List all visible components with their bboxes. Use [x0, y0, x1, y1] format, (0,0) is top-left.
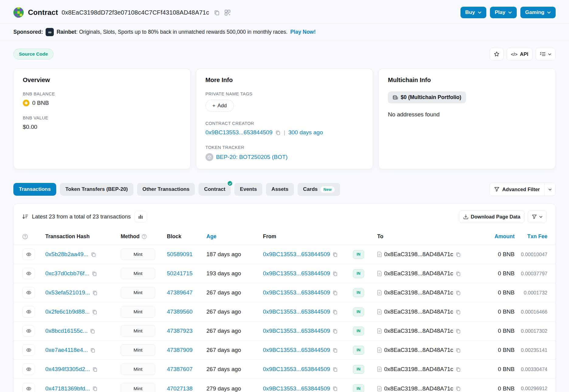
- copy-hash-icon[interactable]: [92, 271, 97, 276]
- play-button[interactable]: Play: [490, 7, 517, 18]
- from-address-link[interactable]: 0x9BC13553...653844509: [263, 366, 330, 373]
- block-link[interactable]: 50589091: [167, 251, 193, 258]
- tab-assets[interactable]: Assets: [266, 183, 294, 196]
- api-button[interactable]: </> API: [507, 48, 533, 60]
- copy-hash-icon[interactable]: [90, 328, 95, 334]
- copy-hash-icon[interactable]: [92, 290, 98, 295]
- from-address-link[interactable]: 0x9BC13553...653844509: [263, 289, 330, 296]
- preview-tx-button[interactable]: [22, 306, 35, 318]
- method-badge[interactable]: Mint: [121, 363, 155, 375]
- copy-hash-icon[interactable]: [92, 309, 97, 315]
- creator-address-link[interactable]: 0x9BC13553...653844509: [205, 129, 273, 136]
- copy-hash-icon[interactable]: [92, 386, 98, 391]
- preview-tx-button[interactable]: [22, 383, 35, 392]
- col-age[interactable]: Age: [206, 233, 263, 240]
- preview-tx-button[interactable]: [22, 249, 35, 260]
- add-name-tag-button[interactable]: + Add: [205, 100, 234, 112]
- fee-cell: 0.00010047: [515, 252, 547, 257]
- tx-hash-link[interactable]: 0x53efa521019...: [45, 289, 90, 296]
- from-address-link[interactable]: 0x9BC13553...653844509: [263, 251, 330, 258]
- tx-hash-link[interactable]: 0x47181369bfd...: [45, 385, 90, 392]
- tab-contract[interactable]: Contract: [198, 183, 231, 196]
- block-link[interactable]: 47387909: [167, 347, 193, 353]
- method-help-icon[interactable]: [142, 234, 147, 239]
- from-address-link[interactable]: 0x9BC13553...653844509: [263, 308, 330, 315]
- multichain-portfolio-badge[interactable]: $0 (Multichain Portfolio): [388, 91, 466, 103]
- copy-from-icon[interactable]: [333, 290, 338, 295]
- copy-from-icon[interactable]: [333, 309, 338, 315]
- help-icon[interactable]: [22, 234, 45, 239]
- download-page-data-button[interactable]: Download Page Data: [459, 210, 525, 223]
- copy-to-icon[interactable]: [456, 271, 461, 276]
- chart-view-button[interactable]: [134, 211, 147, 222]
- block-link[interactable]: 47387607: [167, 366, 193, 373]
- block-link[interactable]: 47027138: [167, 385, 193, 392]
- from-address-link[interactable]: 0x9BC13553...653844509: [263, 270, 330, 277]
- method-badge[interactable]: Mint: [121, 325, 155, 337]
- contract-creator-row: 0x9BC13553...653844509 | 300 days ago: [205, 129, 364, 136]
- table-filter-button[interactable]: [528, 210, 547, 223]
- copy-to-icon[interactable]: [456, 290, 461, 295]
- copy-from-icon[interactable]: [333, 348, 338, 353]
- copy-hash-icon[interactable]: [92, 367, 98, 372]
- tab-cards[interactable]: Cards New: [298, 183, 340, 196]
- tx-hash-link[interactable]: 0x2fe6c1b9d88...: [45, 308, 90, 315]
- from-address-link[interactable]: 0x9BC13553...653844509: [263, 328, 330, 334]
- tab-transactions[interactable]: Transactions: [13, 183, 56, 196]
- creation-age-link[interactable]: 300 days ago: [288, 129, 323, 136]
- col-amount[interactable]: Amount: [473, 233, 515, 240]
- preview-tx-button[interactable]: [22, 268, 35, 279]
- copy-to-icon[interactable]: [456, 367, 461, 372]
- copy-from-icon[interactable]: [333, 367, 338, 372]
- copy-to-icon[interactable]: [456, 348, 461, 353]
- play-now-link[interactable]: Play Now!: [290, 29, 316, 35]
- preview-tx-button[interactable]: [22, 325, 35, 337]
- method-badge[interactable]: Mint: [121, 287, 155, 298]
- buy-button[interactable]: Buy: [460, 7, 486, 18]
- copy-to-icon[interactable]: [456, 252, 461, 257]
- copy-hash-icon[interactable]: [90, 348, 95, 353]
- copy-to-icon[interactable]: [456, 309, 461, 315]
- preview-tx-button[interactable]: [22, 363, 35, 375]
- copy-from-icon[interactable]: [333, 271, 338, 276]
- advanced-filter-main[interactable]: Advanced Filter: [490, 183, 544, 196]
- method-badge[interactable]: Mint: [121, 249, 155, 260]
- preview-tx-button[interactable]: [22, 344, 35, 356]
- col-txn-fee[interactable]: Txn Fee: [515, 233, 547, 240]
- advanced-filter-caret[interactable]: [544, 183, 555, 196]
- gaming-button[interactable]: Gaming: [520, 7, 556, 18]
- method-badge[interactable]: Mint: [121, 306, 155, 318]
- tab-other-transactions[interactable]: Other Transactions: [137, 183, 195, 196]
- method-badge[interactable]: Mint: [121, 383, 155, 392]
- method-badge[interactable]: Mint: [121, 268, 155, 279]
- from-address-link[interactable]: 0x9BC13553...653844509: [263, 347, 330, 353]
- copy-address-icon[interactable]: [214, 10, 220, 15]
- age-cell: 187 days ago: [206, 251, 263, 258]
- qr-code-icon[interactable]: [225, 10, 230, 15]
- copy-hash-icon[interactable]: [91, 252, 96, 257]
- tx-hash-link[interactable]: 0x8bcd16155c...: [45, 328, 88, 334]
- copy-creator-icon[interactable]: [275, 130, 281, 135]
- tx-hash-link[interactable]: 0x4394f3305d2...: [45, 366, 90, 373]
- block-link[interactable]: 47389560: [167, 308, 193, 315]
- preview-tx-button[interactable]: [22, 287, 35, 298]
- copy-to-icon[interactable]: [456, 386, 461, 391]
- block-link[interactable]: 50241715: [167, 270, 193, 277]
- tx-hash-link[interactable]: 0xe7ae4118e4...: [45, 347, 88, 353]
- tx-hash-link[interactable]: 0x5b28b2aa49...: [45, 251, 88, 258]
- token-tracker-link[interactable]: BEP-20: BOT250205 (BOT): [216, 154, 288, 160]
- block-link[interactable]: 47387923: [167, 328, 193, 334]
- method-badge[interactable]: Mint: [121, 344, 155, 356]
- tx-hash-link[interactable]: 0xc37d0cbb76f...: [45, 270, 89, 277]
- tab-token-transfers[interactable]: Token Transfers (BEP-20): [60, 183, 133, 196]
- favorite-button[interactable]: [490, 48, 504, 60]
- copy-from-icon[interactable]: [333, 252, 338, 257]
- copy-from-icon[interactable]: [333, 386, 338, 391]
- copy-to-icon[interactable]: [456, 328, 461, 334]
- options-button[interactable]: [536, 48, 556, 60]
- from-address-link[interactable]: 0x9BC13553...653844509: [263, 385, 330, 392]
- block-link[interactable]: 47389647: [167, 289, 193, 296]
- tab-events[interactable]: Events: [234, 183, 262, 196]
- copy-from-icon[interactable]: [333, 328, 338, 334]
- source-code-badge[interactable]: Source Code: [13, 49, 53, 60]
